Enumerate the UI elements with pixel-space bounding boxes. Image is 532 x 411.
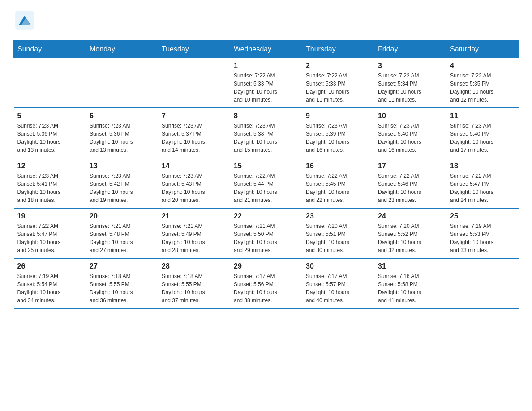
- calendar-cell: 12Sunrise: 7:23 AMSunset: 5:41 PMDayligh…: [14, 158, 86, 208]
- day-info: Sunrise: 7:22 AMSunset: 5:34 PMDaylight:…: [378, 72, 442, 104]
- day-number: 1: [234, 62, 298, 70]
- day-info: Sunrise: 7:20 AMSunset: 5:51 PMDaylight:…: [306, 222, 370, 254]
- week-row-3: 19Sunrise: 7:22 AMSunset: 5:47 PMDayligh…: [14, 208, 519, 258]
- calendar-cell: [14, 58, 86, 108]
- calendar-cell: [86, 58, 158, 108]
- day-header-friday: Friday: [374, 41, 446, 58]
- day-number: 30: [306, 262, 370, 270]
- calendar-cell: 18Sunrise: 7:22 AMSunset: 5:47 PMDayligh…: [446, 158, 519, 208]
- day-number: 7: [162, 112, 226, 120]
- week-row-4: 26Sunrise: 7:19 AMSunset: 5:54 PMDayligh…: [14, 258, 519, 308]
- day-info: Sunrise: 7:21 AMSunset: 5:50 PMDaylight:…: [234, 222, 298, 254]
- calendar-cell: 30Sunrise: 7:17 AMSunset: 5:57 PMDayligh…: [302, 258, 374, 308]
- week-row-2: 12Sunrise: 7:23 AMSunset: 5:41 PMDayligh…: [14, 158, 519, 208]
- calendar-cell: 6Sunrise: 7:23 AMSunset: 5:36 PMDaylight…: [86, 108, 158, 158]
- day-number: 10: [378, 112, 442, 120]
- day-info: Sunrise: 7:16 AMSunset: 5:58 PMDaylight:…: [378, 272, 442, 304]
- day-info: Sunrise: 7:19 AMSunset: 5:53 PMDaylight:…: [450, 222, 515, 254]
- week-row-0: 1Sunrise: 7:22 AMSunset: 5:33 PMDaylight…: [14, 58, 519, 108]
- day-header-wednesday: Wednesday: [230, 41, 302, 58]
- calendar-cell: 23Sunrise: 7:20 AMSunset: 5:51 PMDayligh…: [302, 208, 374, 258]
- day-info: Sunrise: 7:23 AMSunset: 5:36 PMDaylight:…: [17, 122, 82, 154]
- day-info: Sunrise: 7:22 AMSunset: 5:46 PMDaylight:…: [378, 172, 442, 204]
- calendar-cell: 11Sunrise: 7:23 AMSunset: 5:40 PMDayligh…: [446, 108, 519, 158]
- page-header: [13, 9, 519, 31]
- day-info: Sunrise: 7:23 AMSunset: 5:39 PMDaylight:…: [306, 122, 370, 154]
- day-header-saturday: Saturday: [446, 41, 519, 58]
- day-info: Sunrise: 7:23 AMSunset: 5:40 PMDaylight:…: [450, 122, 515, 154]
- day-info: Sunrise: 7:23 AMSunset: 5:40 PMDaylight:…: [378, 122, 442, 154]
- day-number: 31: [378, 262, 442, 270]
- day-info: Sunrise: 7:23 AMSunset: 5:37 PMDaylight:…: [162, 122, 226, 154]
- day-info: Sunrise: 7:22 AMSunset: 5:44 PMDaylight:…: [234, 172, 298, 204]
- day-info: Sunrise: 7:23 AMSunset: 5:36 PMDaylight:…: [90, 122, 154, 154]
- calendar-cell: 16Sunrise: 7:22 AMSunset: 5:45 PMDayligh…: [302, 158, 374, 208]
- calendar-cell: 24Sunrise: 7:20 AMSunset: 5:52 PMDayligh…: [374, 208, 446, 258]
- day-info: Sunrise: 7:22 AMSunset: 5:33 PMDaylight:…: [234, 72, 298, 104]
- calendar-cell: 1Sunrise: 7:22 AMSunset: 5:33 PMDaylight…: [230, 58, 302, 108]
- calendar-header: SundayMondayTuesdayWednesdayThursdayFrid…: [14, 41, 519, 58]
- day-number: 19: [17, 212, 82, 220]
- calendar-cell: 29Sunrise: 7:17 AMSunset: 5:56 PMDayligh…: [230, 258, 302, 308]
- day-number: 5: [17, 112, 82, 120]
- day-info: Sunrise: 7:23 AMSunset: 5:42 PMDaylight:…: [90, 172, 154, 204]
- day-number: 6: [90, 112, 154, 120]
- calendar-cell: 20Sunrise: 7:21 AMSunset: 5:48 PMDayligh…: [86, 208, 158, 258]
- calendar-cell: 8Sunrise: 7:23 AMSunset: 5:38 PMDaylight…: [230, 108, 302, 158]
- calendar-body: 1Sunrise: 7:22 AMSunset: 5:33 PMDaylight…: [14, 58, 519, 309]
- calendar-cell: 3Sunrise: 7:22 AMSunset: 5:34 PMDaylight…: [374, 58, 446, 108]
- calendar-cell: 25Sunrise: 7:19 AMSunset: 5:53 PMDayligh…: [446, 208, 519, 258]
- day-number: 18: [450, 162, 515, 170]
- logo-icon: [13, 9, 36, 31]
- week-row-1: 5Sunrise: 7:23 AMSunset: 5:36 PMDaylight…: [14, 108, 519, 158]
- calendar-cell: 5Sunrise: 7:23 AMSunset: 5:36 PMDaylight…: [14, 108, 86, 158]
- day-info: Sunrise: 7:22 AMSunset: 5:45 PMDaylight:…: [306, 172, 370, 204]
- day-number: 16: [306, 162, 370, 170]
- day-info: Sunrise: 7:18 AMSunset: 5:55 PMDaylight:…: [90, 272, 154, 304]
- day-number: 20: [90, 212, 154, 220]
- calendar-cell: 26Sunrise: 7:19 AMSunset: 5:54 PMDayligh…: [14, 258, 86, 308]
- day-header-sunday: Sunday: [14, 41, 86, 58]
- day-header-row: SundayMondayTuesdayWednesdayThursdayFrid…: [14, 41, 519, 58]
- day-info: Sunrise: 7:18 AMSunset: 5:55 PMDaylight:…: [162, 272, 226, 304]
- calendar-cell: [158, 58, 230, 108]
- day-number: 12: [17, 162, 82, 170]
- day-number: 22: [234, 212, 298, 220]
- calendar-cell: 19Sunrise: 7:22 AMSunset: 5:47 PMDayligh…: [14, 208, 86, 258]
- calendar-cell: 9Sunrise: 7:23 AMSunset: 5:39 PMDaylight…: [302, 108, 374, 158]
- day-number: 23: [306, 212, 370, 220]
- calendar-cell: 7Sunrise: 7:23 AMSunset: 5:37 PMDaylight…: [158, 108, 230, 158]
- day-number: 14: [162, 162, 226, 170]
- day-number: 4: [450, 62, 515, 70]
- day-info: Sunrise: 7:22 AMSunset: 5:47 PMDaylight:…: [450, 172, 515, 204]
- day-number: 27: [90, 262, 154, 270]
- calendar-cell: 31Sunrise: 7:16 AMSunset: 5:58 PMDayligh…: [374, 258, 446, 308]
- calendar-cell: 17Sunrise: 7:22 AMSunset: 5:46 PMDayligh…: [374, 158, 446, 208]
- day-number: 21: [162, 212, 226, 220]
- calendar-table: SundayMondayTuesdayWednesdayThursdayFrid…: [13, 40, 519, 309]
- day-number: 26: [17, 262, 82, 270]
- day-info: Sunrise: 7:23 AMSunset: 5:41 PMDaylight:…: [17, 172, 82, 204]
- day-info: Sunrise: 7:23 AMSunset: 5:43 PMDaylight:…: [162, 172, 226, 204]
- day-number: 17: [378, 162, 442, 170]
- day-number: 13: [90, 162, 154, 170]
- day-info: Sunrise: 7:21 AMSunset: 5:49 PMDaylight:…: [162, 222, 226, 254]
- day-info: Sunrise: 7:20 AMSunset: 5:52 PMDaylight:…: [378, 222, 442, 254]
- day-number: 29: [234, 262, 298, 270]
- day-info: Sunrise: 7:22 AMSunset: 5:47 PMDaylight:…: [17, 222, 82, 254]
- day-info: Sunrise: 7:22 AMSunset: 5:35 PMDaylight:…: [450, 72, 515, 104]
- day-info: Sunrise: 7:21 AMSunset: 5:48 PMDaylight:…: [90, 222, 154, 254]
- calendar-cell: 10Sunrise: 7:23 AMSunset: 5:40 PMDayligh…: [374, 108, 446, 158]
- day-info: Sunrise: 7:22 AMSunset: 5:33 PMDaylight:…: [306, 72, 370, 104]
- day-number: 24: [378, 212, 442, 220]
- calendar-cell: 13Sunrise: 7:23 AMSunset: 5:42 PMDayligh…: [86, 158, 158, 208]
- day-number: 28: [162, 262, 226, 270]
- day-number: 9: [306, 112, 370, 120]
- calendar-cell: 22Sunrise: 7:21 AMSunset: 5:50 PMDayligh…: [230, 208, 302, 258]
- calendar-cell: 15Sunrise: 7:22 AMSunset: 5:44 PMDayligh…: [230, 158, 302, 208]
- day-number: 11: [450, 112, 515, 120]
- calendar-cell: 4Sunrise: 7:22 AMSunset: 5:35 PMDaylight…: [446, 58, 519, 108]
- day-info: Sunrise: 7:19 AMSunset: 5:54 PMDaylight:…: [17, 272, 82, 304]
- calendar-cell: [446, 258, 519, 308]
- day-info: Sunrise: 7:17 AMSunset: 5:56 PMDaylight:…: [234, 272, 298, 304]
